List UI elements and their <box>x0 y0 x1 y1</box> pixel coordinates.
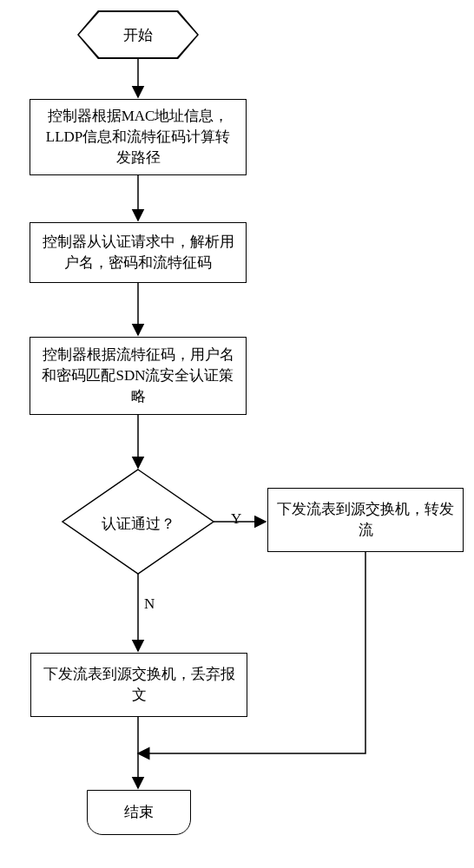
end-label: 结束 <box>124 802 154 823</box>
start-label: 开始 <box>79 12 197 57</box>
process-compute-path: 控制器根据MAC地址信息，LLDP信息和流特征码计算转发路径 <box>30 99 247 175</box>
process-drop-packet: 下发流表到源交换机，丢弃报文 <box>30 653 247 717</box>
decision-auth-pass-text: 认证通过？ <box>73 514 203 534</box>
process-match-policy: 控制器根据流特征码，用户名和密码匹配SDN流安全认证策略 <box>30 337 247 415</box>
process-compute-path-text: 控制器根据MAC地址信息，LLDP信息和流特征码计算转发路径 <box>39 106 237 168</box>
process-parse-request: 控制器从认证请求中，解析用户名，密码和流特征码 <box>30 222 247 283</box>
process-match-policy-text: 控制器根据流特征码，用户名和密码匹配SDN流安全认证策略 <box>39 345 237 406</box>
process-drop-packet-text: 下发流表到源交换机，丢弃报文 <box>40 664 238 706</box>
decision-no-label: N <box>144 595 155 613</box>
decision-yes-label: Y <box>231 510 241 528</box>
process-forward-flow: 下发流表到源交换机，转发流 <box>267 488 464 552</box>
process-parse-request-text: 控制器从认证请求中，解析用户名，密码和流特征码 <box>39 232 237 273</box>
process-forward-flow-text: 下发流表到源交换机，转发流 <box>277 499 454 541</box>
end-terminal: 结束 <box>87 790 191 835</box>
